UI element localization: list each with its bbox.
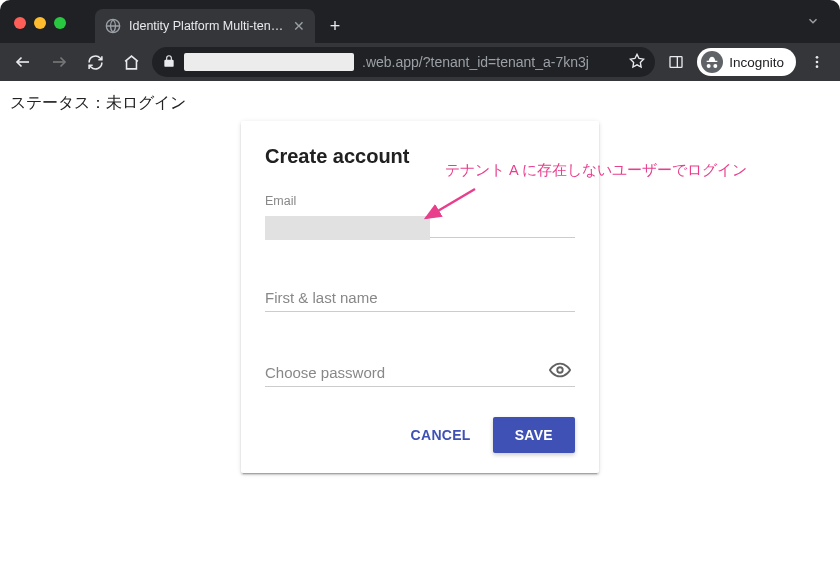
name-field xyxy=(265,284,575,312)
lock-icon xyxy=(162,54,176,71)
form-actions: CANCEL SAVE xyxy=(265,417,575,453)
window-controls xyxy=(0,17,80,43)
svg-point-7 xyxy=(816,61,819,64)
address-bar[interactable]: .web.app/?tenant_id=tenant_a-7kn3j xyxy=(152,47,655,77)
password-input[interactable] xyxy=(265,358,541,386)
globe-icon xyxy=(105,18,121,34)
svg-line-10 xyxy=(426,189,475,218)
reload-button[interactable] xyxy=(80,47,110,77)
email-input[interactable] xyxy=(265,216,430,240)
tab-title: Identity Platform Multi-tenant xyxy=(129,19,285,33)
save-button[interactable]: SAVE xyxy=(493,417,575,453)
svg-point-8 xyxy=(816,65,819,68)
page-body: ステータス：未ログイン Create account Email CANCEL … xyxy=(0,81,840,126)
name-input[interactable] xyxy=(265,284,575,312)
forward-button[interactable] xyxy=(44,47,74,77)
panel-icon[interactable] xyxy=(661,47,691,77)
incognito-indicator[interactable]: Incognito xyxy=(697,48,796,76)
minimize-window-button[interactable] xyxy=(34,17,46,29)
back-button[interactable] xyxy=(8,47,38,77)
browser-toolbar: .web.app/?tenant_id=tenant_a-7kn3j Incog… xyxy=(0,43,840,81)
password-field xyxy=(265,358,575,387)
maximize-window-button[interactable] xyxy=(54,17,66,29)
window-titlebar: Identity Platform Multi-tenant ✕ + xyxy=(0,0,840,43)
eye-icon[interactable] xyxy=(549,359,575,385)
svg-marker-3 xyxy=(631,54,644,67)
incognito-label: Incognito xyxy=(729,55,784,70)
annotation-text: テナント A に存在しないユーザーでログイン xyxy=(445,161,747,180)
close-tab-icon[interactable]: ✕ xyxy=(293,19,305,33)
browser-tab[interactable]: Identity Platform Multi-tenant ✕ xyxy=(95,9,315,43)
url-path: .web.app/?tenant_id=tenant_a-7kn3j xyxy=(362,54,589,70)
cancel-button[interactable]: CANCEL xyxy=(399,417,483,453)
status-text: ステータス：未ログイン xyxy=(10,93,830,114)
incognito-icon xyxy=(701,51,723,73)
home-button[interactable] xyxy=(116,47,146,77)
tab-strip: Identity Platform Multi-tenant ✕ + xyxy=(80,0,806,43)
window-dropdown-icon[interactable] xyxy=(806,14,840,43)
annotation-arrow-icon xyxy=(420,186,480,226)
new-tab-button[interactable]: + xyxy=(321,12,349,40)
svg-point-6 xyxy=(816,56,819,59)
menu-button[interactable] xyxy=(802,47,832,77)
svg-rect-4 xyxy=(670,57,682,68)
svg-point-9 xyxy=(557,367,563,373)
close-window-button[interactable] xyxy=(14,17,26,29)
star-icon[interactable] xyxy=(629,53,645,72)
url-host-redacted xyxy=(184,53,354,71)
